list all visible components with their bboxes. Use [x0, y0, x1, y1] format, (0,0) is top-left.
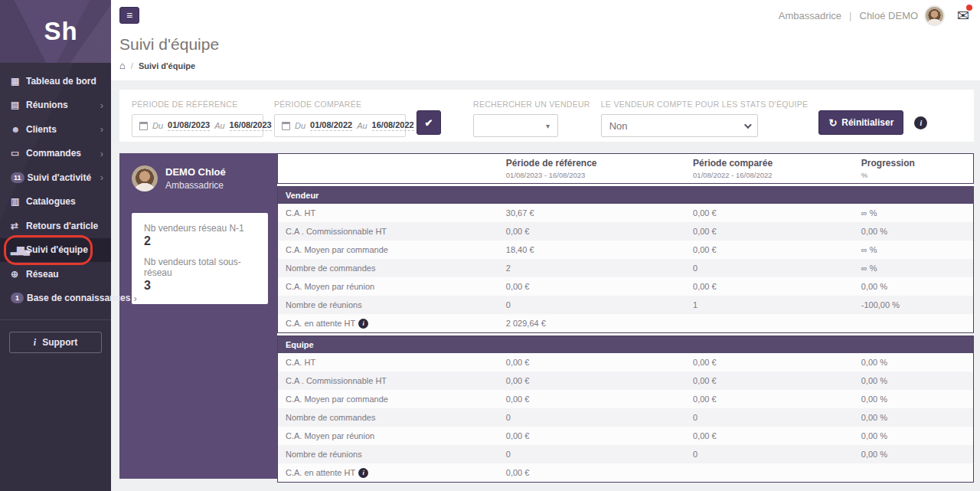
info-icon[interactable]: i	[358, 468, 368, 478]
table-row: C.A. Moyen par commande18,40 €0,00 €∞ %	[278, 241, 973, 259]
sidebar-item-suivi-equipe[interactable]: ▂▆▄Suivi d'équipe	[0, 238, 111, 263]
row-label: C.A. en attente HT	[286, 468, 355, 477]
table-row: C.A. Moyen par commande0,00 €0,00 €0,00 …	[278, 390, 973, 408]
calendar-icon	[139, 122, 148, 130]
reference-value: 30,67 €	[506, 208, 693, 218]
compared-value: 0,00 €	[693, 376, 861, 385]
row-label: C.A. HT	[286, 208, 315, 218]
column-subtitle: 01/08/2023 - 16/08/2023	[506, 171, 693, 179]
profile-panel: DEMO Chloé Ambassadrice Nb vendeurs rése…	[119, 153, 277, 479]
stat-item: Nb vendeurs total sous-réseau3	[144, 257, 256, 293]
info-icon[interactable]: i	[914, 116, 927, 129]
vendor-counts-select[interactable]: Non	[601, 114, 758, 137]
sidebar-item-clients[interactable]: ☻Clients›	[0, 117, 111, 142]
chevron-right-icon: ›	[100, 123, 103, 135]
row-label-cell: C.A. Moyen par commande	[278, 245, 506, 254]
to-label: Au	[357, 121, 367, 130]
sidebar-item-reseau[interactable]: ⊕Réseau	[0, 262, 111, 286]
sidebar-item-label: Clients	[26, 124, 97, 135]
hamburger-icon: ≡	[126, 10, 132, 21]
app-logo[interactable]: Sh	[0, 0, 111, 63]
breadcrumb-current: Suivi d'équipe	[139, 61, 195, 70]
sidebar-item-tableau-de-bord[interactable]: ▦Tableau de bord	[0, 69, 111, 93]
compared-value: 0,00 €	[693, 208, 861, 218]
apply-button[interactable]: ✔	[416, 110, 441, 135]
row-label-cell: C.A. HT	[278, 208, 506, 218]
home-icon[interactable]: ⌂	[119, 60, 126, 71]
sidebar-item-suivi-activite[interactable]: 11Suivi d'activité›	[0, 165, 111, 190]
sidebar-divider	[0, 319, 111, 320]
chart-icon: ▂▆▄	[11, 244, 26, 255]
messages-icon[interactable]: ✉	[957, 7, 969, 25]
sidebar-item-base-de-connaissances[interactable]: 1Base de connaissances›	[0, 286, 111, 311]
chevron-right-icon: ›	[100, 100, 103, 111]
sidebar-item-label: Commandes	[26, 148, 97, 159]
reference-from-date[interactable]: 01/08/2023	[168, 120, 210, 131]
compared-from-date[interactable]: 01/08/2022	[310, 120, 352, 131]
table-section-vendeur: VendeurC.A. HT30,67 €0,00 €∞ %C.A . Comm…	[277, 186, 974, 333]
progression-value: 0,00 %	[861, 358, 973, 367]
reference-period-label: PÉRIODE DE RÉFÉRENCE	[132, 100, 263, 109]
sidebar-item-label: Suivi d'activité	[28, 172, 97, 183]
user-role: Ambassadrice	[779, 10, 841, 21]
avatar[interactable]	[924, 5, 945, 26]
sidebar-item-retours-article[interactable]: ⇄Retours d'article	[0, 214, 111, 238]
table-sections: VendeurC.A. HT30,67 €0,00 €∞ %C.A . Comm…	[277, 186, 974, 483]
row-label: C.A. HT	[286, 358, 315, 367]
reference-period-input[interactable]: Du 01/08/2023 Au 16/08/2023	[132, 114, 263, 137]
compared-to-date[interactable]: 16/08/2022	[372, 120, 414, 131]
user-separator: |	[849, 10, 851, 21]
sidebar-item-catalogues[interactable]: ▥Catalogues	[0, 190, 111, 214]
sidebar-item-label: Catalogues	[26, 196, 103, 207]
compared-value: 0	[693, 450, 861, 459]
sidebar-menu: ▦Tableau de bord▤Réunions›☻Clients›▭Comm…	[0, 69, 111, 310]
vendor-counts-label: LE VENDEUR COMPTE POUR LES STATS D'ÉQUIP…	[601, 100, 808, 109]
row-label: C.A. en attente HT	[286, 319, 355, 328]
reference-value: 0,00 €	[506, 394, 693, 404]
users-icon: ☻	[11, 124, 26, 135]
row-label: Nombre de réunions	[286, 300, 362, 309]
info-icon: i	[34, 337, 36, 349]
profile-name: DEMO Chloé	[165, 166, 226, 178]
compared-value: 0,00 €	[693, 358, 861, 367]
table-row: C.A. Moyen par réunion0,00 €0,00 €0,00 %	[278, 277, 973, 296]
row-label-cell: C.A . Commissionnable HT	[278, 227, 506, 236]
progression-value: 0,00 %	[861, 394, 973, 404]
table-header-compared: Période comparée 01/08/2022 - 16/08/2022	[693, 158, 861, 179]
chevron-right-icon: ›	[100, 172, 103, 183]
reference-value: 18,40 €	[506, 245, 693, 254]
sidebar-item-label: Réunions	[26, 100, 97, 110]
reset-button[interactable]: ↻ Réinitialiser	[818, 110, 903, 135]
info-icon[interactable]: i	[358, 319, 368, 329]
user-info[interactable]: Ambassadrice | Chloé DEMO ✉	[779, 5, 969, 26]
table-row: C.A. en attente HTi0,00 €	[278, 463, 973, 482]
stat-item: Nb vendeurs réseau N-12	[144, 223, 256, 248]
chevron-down-icon	[744, 121, 752, 129]
from-label: Du	[295, 121, 305, 130]
progression-value: 0,00 %	[861, 450, 973, 459]
menu-toggle-button[interactable]: ≡	[119, 7, 139, 24]
reference-value: 0,00 €	[506, 282, 693, 291]
stat-value: 2	[144, 234, 256, 248]
reference-value: 0,00 €	[506, 358, 693, 367]
reference-to-date[interactable]: 16/08/2023	[230, 120, 272, 131]
profile-role: Ambassadrice	[165, 180, 226, 191]
table-row: Nombre de réunions01-100,00 %	[278, 296, 973, 314]
sidebar-item-label: Retours d'article	[26, 221, 103, 231]
sidebar-item-reunions[interactable]: ▤Réunions›	[0, 93, 111, 118]
sidebar-item-label: Tableau de bord	[26, 76, 103, 87]
section-title: Equipe	[278, 336, 973, 353]
sidebar-item-commandes[interactable]: ▭Commandes›	[0, 142, 111, 166]
vendor-select[interactable]: ▾	[473, 114, 558, 137]
row-label: C.A . Commissionnable HT	[286, 376, 387, 385]
chevron-right-icon: ›	[100, 148, 103, 159]
compared-period-input[interactable]: Du 01/08/2022 Au 16/08/2022	[274, 114, 406, 137]
support-button[interactable]: i Support	[9, 332, 102, 353]
row-label: C.A. Moyen par réunion	[286, 282, 374, 291]
column-title: Période de référence	[506, 158, 693, 169]
logo-text: Sh	[33, 17, 77, 46]
table-header-progression: Progression %	[861, 158, 973, 179]
reference-value: 0,00 €	[506, 431, 693, 440]
row-label: C.A. Moyen par commande	[286, 394, 388, 404]
vendor-counts-group: LE VENDEUR COMPTE POUR LES STATS D'ÉQUIP…	[601, 100, 808, 137]
